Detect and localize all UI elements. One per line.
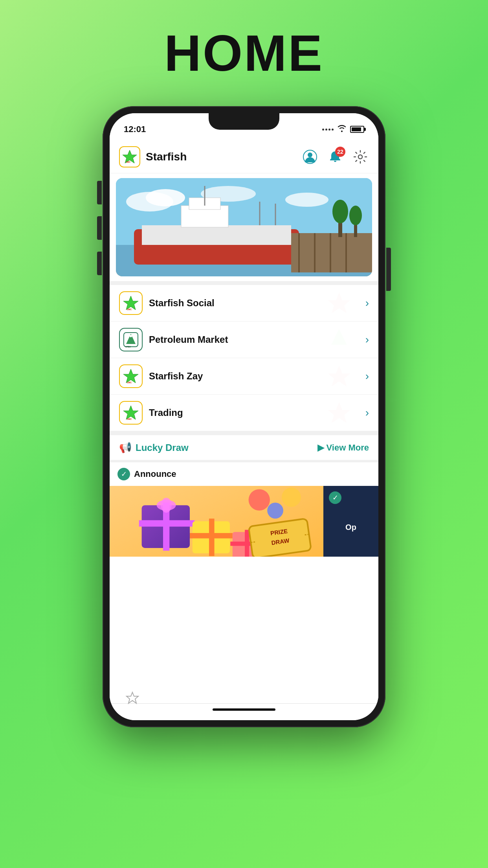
svg-marker-40: [328, 402, 350, 423]
svg-point-55: [282, 487, 301, 507]
view-more-button[interactable]: ▶ View More: [317, 443, 369, 453]
svg-marker-61: [127, 692, 138, 703]
app-logo: SMC: [119, 146, 140, 167]
svg-point-54: [267, 502, 283, 519]
trading-icon: SMC: [119, 401, 143, 425]
announce-check-icon: ✓: [117, 468, 130, 480]
status-bar: 12:01: [110, 113, 378, 141]
svg-marker-35: [123, 369, 138, 383]
svg-rect-44: [139, 520, 194, 526]
bell-icon-button[interactable]: 22: [327, 148, 344, 166]
svg-point-32: [130, 335, 132, 337]
lucky-draw-section: 📢 Lucky Draw ▶ View More: [110, 435, 378, 460]
svg-text:SMC: SMC: [127, 381, 132, 384]
megaphone-icon: 📢: [119, 441, 132, 454]
prize-card-area[interactable]: PRIZE DRAW ✓ Op: [110, 486, 378, 557]
svg-point-46: [161, 498, 172, 513]
chevron-right-icon: ›: [365, 333, 369, 346]
app-header: SMC Starfish 22: [110, 141, 378, 173]
svg-point-53: [249, 489, 270, 510]
lucky-draw-left: 📢 Lucky Draw: [119, 441, 189, 454]
svg-text:SMC: SMC: [127, 418, 132, 420]
prize-card-right: ✓ Op: [323, 486, 378, 557]
app-name-label: Starfish: [146, 151, 296, 163]
starfish-zay-watermark: [323, 364, 355, 389]
starfish-zay-icon: SMC: [119, 364, 143, 388]
svg-rect-12: [142, 225, 291, 245]
menu-item-starfish-social[interactable]: SMC Starfish Social ›: [110, 285, 378, 322]
view-more-label: View More: [327, 443, 369, 453]
notch: [209, 113, 279, 130]
tab-bar: [110, 703, 378, 720]
profile-icon-button[interactable]: [301, 148, 319, 166]
svg-marker-27: [123, 296, 138, 310]
op-label: Op: [345, 523, 356, 532]
starfish-social-icon: SMC: [119, 291, 143, 315]
chevron-right-icon: ›: [365, 297, 369, 309]
petroleum-market-icon: APEX: [119, 328, 143, 351]
trading-watermark: [323, 400, 355, 425]
announce-label: Announce: [134, 469, 176, 479]
lucky-draw-label: Lucky Draw: [136, 442, 189, 453]
wifi-icon: [338, 125, 346, 134]
svg-point-24: [332, 200, 348, 223]
header-icons: 22: [301, 148, 369, 166]
svg-marker-29: [328, 292, 350, 313]
home-indicator: [213, 708, 275, 711]
status-icons: [322, 125, 364, 134]
svg-text:SMC: SMC: [126, 161, 131, 163]
status-time: 12:01: [124, 124, 146, 134]
battery-icon: [350, 126, 364, 133]
page-title: HOME: [164, 24, 324, 83]
op-check-icon: ✓: [329, 491, 341, 504]
svg-text:SMC: SMC: [127, 308, 132, 311]
starfish-social-watermark: [323, 291, 355, 316]
banner-container: [110, 173, 378, 281]
prize-section: ✓ Announce: [110, 462, 378, 703]
svg-marker-34: [331, 329, 347, 345]
phone-frame: 12:01: [103, 106, 385, 727]
menu-item-trading[interactable]: SMC Trading ›: [110, 395, 378, 431]
view-more-arrow: ▶: [317, 443, 324, 453]
svg-rect-49: [190, 533, 233, 539]
announce-row: ✓ Announce: [110, 462, 378, 486]
notification-badge: 22: [335, 147, 345, 157]
svg-marker-37: [328, 366, 350, 386]
chevron-right-icon: ›: [365, 406, 369, 419]
banner-image: [116, 178, 372, 276]
svg-marker-38: [123, 406, 138, 419]
scroll-content: SMC Starfish Social ›: [110, 173, 378, 703]
menu-item-starfish-zay[interactable]: SMC Starfish Zay ›: [110, 358, 378, 395]
prize-card-left: PRIZE DRAW: [110, 486, 323, 557]
svg-point-9: [285, 193, 328, 207]
chevron-right-icon: ›: [365, 370, 369, 383]
svg-point-4: [358, 155, 362, 159]
settings-icon-button[interactable]: [352, 148, 369, 166]
svg-point-7: [146, 189, 185, 206]
star-tab-icon[interactable]: [125, 691, 139, 708]
svg-point-3: [308, 153, 312, 157]
petroleum-market-watermark: [323, 327, 355, 352]
menu-item-petroleum-market[interactable]: APEX Petroleum Market ›: [110, 322, 378, 358]
svg-point-26: [349, 206, 362, 225]
menu-list: SMC Starfish Social ›: [110, 285, 378, 431]
svg-rect-18: [291, 233, 372, 272]
svg-text:APEX: APEX: [125, 346, 131, 348]
signal-dots-icon: [322, 129, 334, 131]
phone-screen: 12:01: [110, 113, 378, 720]
